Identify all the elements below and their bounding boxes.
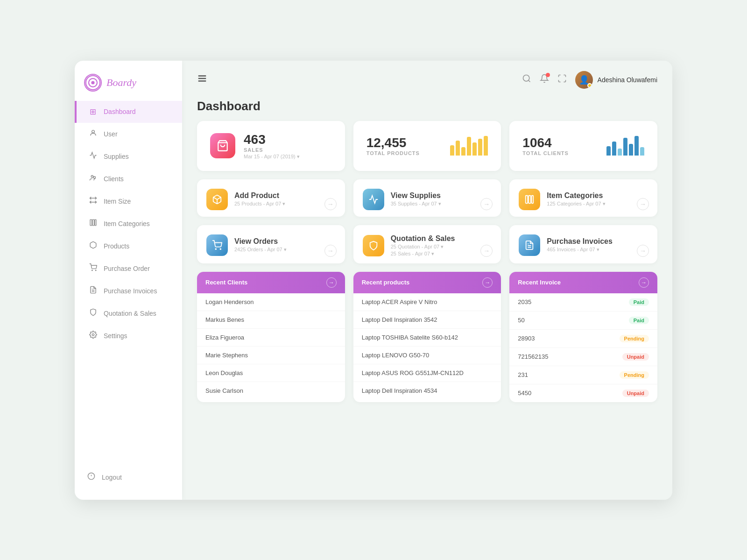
action-card-view-orders[interactable]: View Orders 2425 Orders - Apr 07 ▾ →	[197, 225, 345, 263]
stat-info-sales: 463 SALES Mar 15 - Apr 07 (2019) ▾	[244, 132, 332, 160]
product-name-5: Laptop Dell Inspiration 4534	[362, 387, 437, 394]
logo-text: Boardy	[106, 77, 136, 89]
sidebar-item-products[interactable]: Products	[75, 235, 182, 257]
stat-info-products: 12,455 TOTAL PRODUCTS	[366, 135, 442, 156]
recent-invoice-header: Recent Invoice →	[509, 272, 657, 293]
sidebar-item-dashboard[interactable]: ⊞ Dashboard	[75, 101, 182, 123]
stat-card-sales: 463 SALES Mar 15 - Apr 07 (2019) ▾	[197, 121, 345, 171]
topbar-right: 👤 Adeshina Oluwafemi	[522, 71, 657, 89]
item-categories-info: Item Categories 125 Categories - Apr 07 …	[547, 191, 605, 207]
sidebar-item-quotation-sales[interactable]: Quotation & Sales	[75, 302, 182, 325]
sales-icon-wrap	[210, 133, 235, 158]
recent-invoice-item: 28903 Pending	[509, 330, 657, 348]
stat-label-clients: TOTAL CLIENTS	[522, 150, 598, 156]
view-orders-arrow[interactable]: →	[324, 245, 337, 257]
invoice-id-0: 2035	[518, 298, 531, 305]
add-product-sub: 25 Products - Apr 07 ▾	[234, 201, 285, 207]
sidebar-item-clients[interactable]: Clients	[75, 168, 182, 190]
quotation-sales-arrow[interactable]: →	[480, 245, 493, 257]
dashboard-icon: ⊞	[88, 107, 98, 117]
recent-products-arrow[interactable]: →	[482, 277, 493, 288]
recent-product-item: Laptop TOSHIBA Satelite S60-b142	[353, 329, 501, 347]
sidebar-item-purchase-invoices[interactable]: Purchase Invoices	[75, 280, 182, 302]
client-name-0: Logan Henderson	[205, 298, 254, 305]
recent-invoice-arrow[interactable]: →	[639, 277, 649, 288]
products-icon	[88, 241, 98, 251]
quotation-sales-action-icon	[363, 235, 384, 256]
add-product-info: Add Product 25 Products - Apr 07 ▾	[234, 191, 285, 207]
invoice-id-4: 231	[518, 371, 528, 378]
bar	[612, 142, 616, 156]
svg-point-2	[91, 81, 94, 84]
sidebar-item-supplies[interactable]: Supplies	[75, 145, 182, 168]
invoice-status-1: Paid	[629, 317, 649, 324]
sidebar-item-label-dashboard: Dashboard	[104, 108, 136, 115]
dashboard-content: 463 SALES Mar 15 - Apr 07 (2019) ▾ 12,45…	[182, 121, 672, 417]
notification-badge	[546, 73, 550, 77]
product-name-2: Laptop TOSHIBA Satelite S60-b142	[362, 334, 458, 341]
svg-point-20	[523, 75, 529, 81]
hamburger-button[interactable]	[197, 73, 207, 86]
sidebar-item-item-categories[interactable]: Item Categories	[75, 213, 182, 235]
invoice-status-4: Pending	[620, 371, 649, 379]
recent-clients-arrow[interactable]: →	[326, 277, 337, 288]
action-card-purchase-invoices[interactable]: Purchase Invoices 465 Invoices - Apr 07 …	[509, 225, 657, 263]
svg-rect-6	[90, 220, 92, 226]
recent-clients-card: Recent Clients → Logan Henderson Markus …	[197, 272, 345, 402]
svg-rect-7	[92, 220, 94, 226]
view-orders-title: View Orders	[234, 237, 287, 246]
user-avatar-wrap[interactable]: 👤 Adeshina Oluwafemi	[575, 71, 657, 89]
view-supplies-arrow[interactable]: →	[480, 198, 493, 210]
fullscreen-icon[interactable]	[557, 74, 567, 85]
recent-client-item: Logan Henderson	[197, 293, 345, 311]
action-card-quotation-sales[interactable]: Quotation & Sales 25 Quotation - Apr 07 …	[353, 225, 501, 263]
sidebar-item-purchase-order[interactable]: Purchase Order	[75, 257, 182, 280]
svg-line-21	[528, 80, 530, 82]
recent-clients-title: Recent Clients	[205, 279, 247, 286]
svg-point-3	[92, 130, 94, 133]
stat-number-sales: 463	[244, 132, 332, 147]
recent-invoice-list: 2035 Paid 50 Paid 28903 Pending 721562	[509, 293, 657, 402]
clients-icon	[88, 174, 98, 184]
svg-point-5	[93, 176, 95, 178]
sidebar-item-item-size[interactable]: Item Size	[75, 190, 182, 213]
quotation-sales-info: Quotation & Sales 25 Quotation - Apr 07 …	[391, 234, 455, 257]
notification-icon[interactable]	[540, 74, 549, 85]
recent-invoice-item: 721562135 Unpaid	[509, 348, 657, 366]
sidebar-nav: ⊞ Dashboard User Supplies Clients	[75, 101, 182, 466]
svg-rect-8	[95, 220, 96, 226]
quotation-sales-icon	[88, 308, 98, 319]
recent-products-list: Laptop ACER Aspire V Nitro Laptop Dell I…	[353, 293, 501, 399]
sidebar-item-label-item-size: Item Size	[104, 198, 131, 205]
svg-point-13	[92, 333, 94, 335]
page-title: Dashboard	[182, 89, 672, 121]
view-orders-info: View Orders 2425 Orders - Apr 07 ▾	[234, 237, 287, 253]
sidebar-item-settings[interactable]: Settings	[75, 325, 182, 347]
bar	[629, 144, 633, 156]
svg-rect-24	[526, 195, 528, 203]
search-icon[interactable]	[522, 74, 531, 85]
sidebar: Boardy ⊞ Dashboard User Supplies	[75, 61, 182, 500]
action-card-view-supplies[interactable]: View Supplies 35 Supplies - Apr 07 ▾ →	[353, 179, 501, 217]
action-card-item-categories[interactable]: Item Categories 125 Categories - Apr 07 …	[509, 179, 657, 217]
invoice-id-1: 50	[518, 317, 524, 324]
invoice-id-3: 721562135	[518, 353, 548, 360]
invoice-status-5: Unpaid	[622, 390, 649, 397]
bar	[606, 146, 611, 156]
view-orders-sub: 2425 Orders - Apr 07 ▾	[234, 247, 287, 253]
product-name-0: Laptop ACER Aspire V Nitro	[362, 298, 437, 305]
stat-sub-sales: Mar 15 - Apr 07 (2019) ▾	[244, 154, 332, 160]
bar	[478, 139, 482, 156]
purchase-invoices-arrow[interactable]: →	[637, 245, 649, 257]
logout-button[interactable]: Logout	[75, 466, 182, 489]
purchase-invoices-action-icon	[519, 234, 540, 256]
sidebar-item-label-user: User	[104, 130, 118, 138]
recent-product-item: Laptop LENOVO G50-70	[353, 347, 501, 364]
logo-icon	[84, 74, 102, 92]
invoice-status-2: Pending	[620, 335, 649, 342]
sidebar-item-user[interactable]: User	[75, 123, 182, 145]
logout-icon	[86, 472, 96, 482]
item-categories-arrow[interactable]: →	[637, 198, 649, 210]
add-product-arrow[interactable]: →	[324, 198, 337, 210]
action-card-add-product[interactable]: Add Product 25 Products - Apr 07 ▾ →	[197, 179, 345, 217]
